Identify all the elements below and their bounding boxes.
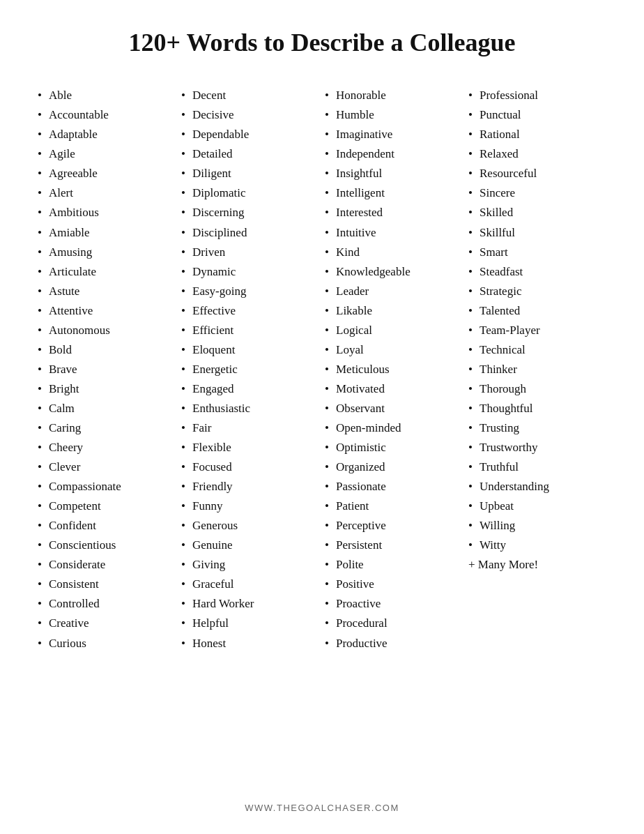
list-item: Dynamic — [178, 262, 322, 282]
list-item: Enthusiastic — [178, 399, 322, 418]
column-3: HonorableHumbleImaginativeIndependentIns… — [322, 86, 466, 653]
list-item: Thorough — [466, 379, 609, 399]
list-item: Agile — [35, 144, 178, 164]
list-item: Thoughtful — [466, 399, 609, 418]
list-item: Honest — [178, 634, 322, 653]
column-4: ProfessionalPunctualRationalRelaxedResou… — [466, 86, 609, 653]
columns-wrapper: AbleAccountableAdaptableAgileAgreeableAl… — [35, 86, 609, 653]
list-item: Willing — [466, 516, 609, 536]
list-item: Polite — [322, 555, 466, 575]
extra-label: + Many More! — [466, 555, 609, 575]
list-item: Cheery — [35, 438, 178, 457]
list-item: Intuitive — [322, 223, 466, 243]
list-item: Intelligent — [322, 183, 466, 203]
list-item: Likable — [322, 301, 466, 321]
list-item: Alert — [35, 183, 178, 203]
list-item: Engaged — [178, 379, 322, 399]
list-item: Resourceful — [466, 164, 609, 183]
list-item: Caring — [35, 418, 178, 438]
list-item: Persistent — [322, 536, 466, 555]
list-item: Open-minded — [322, 418, 466, 438]
list-item: Brave — [35, 360, 178, 379]
list-item: Loyal — [322, 340, 466, 360]
list-item: Energetic — [178, 360, 322, 379]
list-item: Helpful — [178, 614, 322, 633]
list-item: Diplomatic — [178, 183, 322, 203]
list-item: Graceful — [178, 575, 322, 594]
list-item: Positive — [322, 575, 466, 594]
list-item: Accountable — [35, 105, 178, 125]
list-item: Technical — [466, 340, 609, 360]
column-1: AbleAccountableAdaptableAgileAgreeableAl… — [35, 86, 178, 653]
list-item: Adaptable — [35, 125, 178, 144]
list-item: Knowledgeable — [322, 262, 466, 282]
list-item: Team-Player — [466, 321, 609, 340]
list-item: Focused — [178, 457, 322, 477]
list-item: Considerate — [35, 555, 178, 575]
list-item: Sincere — [466, 183, 609, 203]
list-item: Professional — [466, 86, 609, 105]
list-item: Amiable — [35, 223, 178, 243]
list-item: Easy-going — [178, 282, 322, 301]
list-item: Fair — [178, 418, 322, 438]
list-item: Rational — [466, 125, 609, 144]
word-list-2: DecentDecisiveDependableDetailedDiligent… — [178, 86, 322, 653]
column-2: DecentDecisiveDependableDetailedDiligent… — [178, 86, 322, 653]
list-item: Upbeat — [466, 496, 609, 516]
list-item: Motivated — [322, 379, 466, 399]
list-item: Giving — [178, 555, 322, 575]
list-item: Funny — [178, 496, 322, 516]
list-item: Proactive — [322, 594, 466, 614]
list-item: Bold — [35, 340, 178, 360]
list-item: Consistent — [35, 575, 178, 594]
list-item: Controlled — [35, 594, 178, 614]
list-item: Detailed — [178, 144, 322, 164]
list-item: Decent — [178, 86, 322, 105]
list-item: Logical — [322, 321, 466, 340]
list-item: Trusting — [466, 418, 609, 438]
list-item: Observant — [322, 399, 466, 418]
list-item: Curious — [35, 634, 178, 653]
list-item: Discerning — [178, 203, 322, 222]
list-item: Steadfast — [466, 262, 609, 282]
list-item: Genuine — [178, 536, 322, 555]
list-item: Creative — [35, 614, 178, 633]
list-item: Kind — [322, 243, 466, 262]
list-item: Perceptive — [322, 516, 466, 536]
list-item: Articulate — [35, 262, 178, 282]
list-item: Eloquent — [178, 340, 322, 360]
list-item: Astute — [35, 282, 178, 301]
list-item: Talented — [466, 301, 609, 321]
list-item: Leader — [322, 282, 466, 301]
list-item: Insightful — [322, 164, 466, 183]
list-item: Meticulous — [322, 360, 466, 379]
list-item: Agreeable — [35, 164, 178, 183]
word-list-3: HonorableHumbleImaginativeIndependentIns… — [322, 86, 466, 653]
list-item: Generous — [178, 516, 322, 536]
list-item: Ambitious — [35, 203, 178, 222]
list-item: Decisive — [178, 105, 322, 125]
list-item: Independent — [322, 144, 466, 164]
list-item: Punctual — [466, 105, 609, 125]
list-item: Clever — [35, 457, 178, 477]
list-item: Amusing — [35, 243, 178, 262]
list-item: Optimistic — [322, 438, 466, 457]
list-item: Hard Worker — [178, 594, 322, 614]
list-item: Effective — [178, 301, 322, 321]
list-item: Truthful — [466, 457, 609, 477]
list-item: Organized — [322, 457, 466, 477]
list-item: Thinker — [466, 360, 609, 379]
list-item: Competent — [35, 496, 178, 516]
list-item: Autonomous — [35, 321, 178, 340]
footer: WWW.THEGOALCHASER.COM — [245, 775, 399, 813]
list-item: Skilled — [466, 203, 609, 222]
list-item: Compassionate — [35, 477, 178, 496]
list-item: Bright — [35, 379, 178, 399]
list-item: Interested — [322, 203, 466, 222]
list-item: Imaginative — [322, 125, 466, 144]
list-item: Understanding — [466, 477, 609, 496]
list-item: Strategic — [466, 282, 609, 301]
page-title: 120+ Words to Describe a Colleague — [129, 28, 516, 58]
list-item: Disciplined — [178, 223, 322, 243]
list-item: Passionate — [322, 477, 466, 496]
